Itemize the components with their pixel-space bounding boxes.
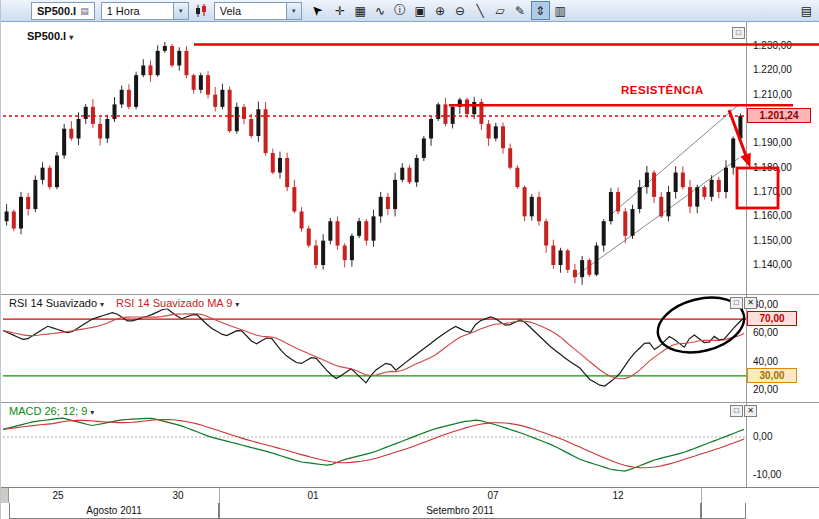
trading-app-window: SP500.I ▤ 1 Hora ▼ Vela ▼ ➤ ✛▦∿ⓘ▣⊕⊖╲▱✎⇕▥… (0, 0, 819, 519)
draw-tool-icon[interactable]: ✎ (511, 1, 530, 20)
scroll-corner (1, 488, 9, 504)
layout-icon[interactable]: ▥ (551, 1, 570, 20)
price-axis-label: 1.160,00 (753, 210, 792, 222)
main-toolbar: SP500.I ▤ 1 Hora ▼ Vela ▼ ➤ ✛▦∿ⓘ▣⊕⊖╲▱✎⇕▥… (1, 0, 819, 22)
rsi-label-text: RSI 14 Suavizado (9, 297, 97, 309)
rsi-header: RSI 14 Suavizado▾ RSI 14 Suavizado MA 9▾ (9, 297, 239, 309)
time-tick-label: 01 (307, 490, 318, 501)
price-axis-label: 1.150,00 (753, 235, 792, 247)
chevron-down-icon: ▾ (90, 408, 94, 417)
zoom-in-icon[interactable]: ⊕ (431, 1, 450, 20)
close-macd-button[interactable]: ✕ (744, 405, 757, 417)
zoom-out-icon[interactable]: ⊖ (451, 1, 470, 20)
rsi-panel: 80,0060,0040,0020,00 RSI 14 Suavizado▾ R… (1, 295, 819, 403)
macd-axis-label: -10,00 (753, 469, 781, 481)
rsi-ma-label[interactable]: RSI 14 Suavizado MA 9▾ (116, 297, 239, 309)
chevron-down-icon: ▾ (100, 300, 104, 309)
chart-symbol-label: SP500.I (27, 30, 66, 42)
price-axis-label: 1.210,00 (753, 89, 792, 101)
chart-symbol-dropdown[interactable]: SP500.I▾ (27, 30, 73, 42)
time-tick-label: 12 (612, 490, 623, 501)
price-axis-label: 1.230,00 (753, 40, 792, 52)
trendline-tool-icon[interactable]: ╲ (471, 1, 490, 20)
maximize-rsi-button[interactable]: □ (730, 297, 743, 309)
timeframe-value: 1 Hora (107, 5, 140, 17)
timeframe-select[interactable]: 1 Hora ▼ (101, 2, 189, 20)
month-label (701, 503, 746, 519)
time-separator (701, 488, 702, 504)
price-axis[interactable]: 1.230,001.220,001.210,001.190,001.180,00… (746, 22, 819, 294)
price-axis-label: 1.190,00 (753, 137, 792, 149)
maximize-macd-button[interactable]: □ (730, 405, 743, 417)
month-label: Setembro 2011 (219, 503, 701, 519)
maximize-chart-button[interactable]: □ (732, 27, 745, 39)
time-tick-label: 07 (487, 490, 498, 501)
chart-type-select[interactable]: Vela ▼ (214, 2, 302, 20)
chevron-down-icon: ▾ (235, 300, 239, 309)
chevron-down-icon: ▾ (69, 33, 73, 42)
last-price-badge: 1.201,24 (747, 108, 811, 123)
windows-layout-icon[interactable]: ▤ (797, 1, 816, 20)
price-axis-label: 1.180,00 (753, 162, 792, 174)
rsi-axis-label: 40,00 (753, 356, 778, 368)
price-axis-label: 1.170,00 (753, 186, 792, 198)
month-axis: Agosto 2011Setembro 2011 (1, 503, 819, 519)
price-axis-label: 1.220,00 (753, 64, 792, 76)
rsi-window-buttons: □ ✕ (730, 297, 757, 309)
macd-panel: 0,00-10,00 MACD 26; 12; 9▾ □ ✕ (1, 403, 819, 487)
indicators-icon[interactable]: ∿ (371, 1, 390, 20)
eraser-tool-icon[interactable]: ▱ (491, 1, 510, 20)
detach-window-icon[interactable]: ▣ (411, 1, 430, 20)
close-rsi-button[interactable]: ✕ (744, 297, 757, 309)
time-tick-label: 30 (172, 490, 183, 501)
macd-header: MACD 26; 12; 9▾ (9, 405, 94, 417)
chevron-down-icon[interactable]: ▼ (286, 3, 301, 19)
time-axis[interactable]: 2530010712 (1, 487, 819, 503)
rsi-chart[interactable] (1, 295, 819, 403)
toolbar-icon-strip: ✛▦∿ⓘ▣⊕⊖╲▱✎⇕▥ (331, 1, 570, 20)
rsi-ma-label-text: RSI 14 Suavizado MA 9 (116, 297, 232, 309)
time-separator (219, 488, 220, 504)
candlestick-icon (195, 3, 208, 19)
candlestick-chart[interactable] (1, 22, 819, 295)
info-icon[interactable]: ⓘ (391, 1, 410, 20)
macd-window-buttons: □ ✕ (730, 405, 757, 417)
macd-chart[interactable] (1, 403, 819, 487)
symbol-label: SP500.I (37, 5, 76, 17)
price-axis-label: 1.140,00 (753, 259, 792, 271)
rsi-30-badge: 30,00 (747, 368, 797, 383)
select-cursor-icon[interactable]: ➤ (307, 1, 325, 19)
chevron-down-icon[interactable]: ▼ (173, 3, 188, 19)
macd-label-text: MACD 26; 12; 9 (9, 405, 87, 417)
instrument-list-icon[interactable]: ▤ (80, 6, 89, 16)
chart-type-value: Vela (220, 5, 241, 17)
rsi-70-badge: 70,00 (747, 311, 797, 326)
macd-label[interactable]: MACD 26; 12; 9▾ (9, 405, 94, 417)
rsi-label[interactable]: RSI 14 Suavizado▾ (9, 297, 104, 309)
time-tick-label: 25 (52, 490, 63, 501)
symbol-box[interactable]: SP500.I ▤ (31, 2, 95, 20)
resistencia-annotation: RESISTÊNCIA (621, 84, 704, 96)
grid-toggle-icon[interactable]: ▦ (351, 1, 370, 20)
crosshair-tool-icon[interactable]: ✛ (331, 1, 350, 20)
price-chart-panel: 1.230,001.220,001.210,001.190,001.180,00… (1, 22, 819, 295)
autoscale-icon[interactable]: ⇕ (531, 1, 550, 20)
month-label: Agosto 2011 (9, 503, 219, 519)
rsi-axis-label: 20,00 (753, 384, 778, 396)
rsi-axis-label: 60,00 (753, 327, 778, 339)
macd-axis-label: 0,00 (753, 431, 772, 443)
